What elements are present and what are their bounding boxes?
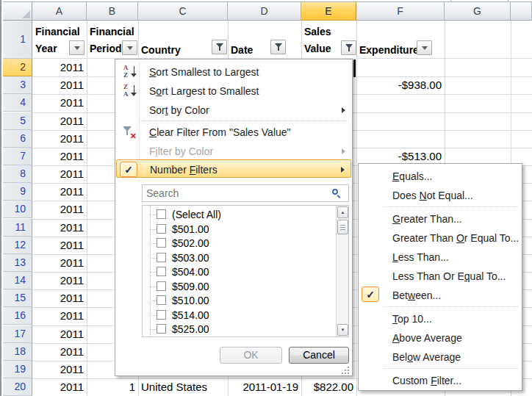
filter-value-item[interactable]: $525.00 xyxy=(143,323,334,336)
submenu-item-greater-than-or-equal[interactable]: Greater Than Or Equal To... xyxy=(359,228,521,248)
checkbox[interactable] xyxy=(157,267,166,276)
row-header-18[interactable]: 18 xyxy=(3,343,32,361)
submenu-item-greater-than[interactable]: Greater Than... xyxy=(359,209,521,228)
filter-value-item-partial[interactable] xyxy=(143,336,334,337)
submenu-item-less-than-or-equal[interactable]: Less Than Or Equal To... xyxy=(359,267,521,286)
menu-item-sort-descending[interactable]: ZA Sort Largest to Smallest xyxy=(116,82,351,101)
filter-value-item[interactable]: $504.00 xyxy=(143,265,334,279)
select-all-corner[interactable] xyxy=(3,2,32,21)
submenu-item-between[interactable]: ✓ Between... xyxy=(359,286,521,305)
cell-A3[interactable]: 2011 xyxy=(32,76,87,94)
column-header-c[interactable]: C xyxy=(138,2,228,21)
row-header-1[interactable]: 1 xyxy=(3,21,32,59)
submenu-item-equals[interactable]: Equals... xyxy=(359,167,521,186)
search-input[interactable] xyxy=(142,184,349,202)
autofilter-button-e-filtered[interactable] xyxy=(341,40,356,55)
column-header-f[interactable]: F xyxy=(356,2,445,21)
cell-E20[interactable]: $822.00 xyxy=(301,378,356,396)
checkbox[interactable] xyxy=(157,310,166,320)
checkbox[interactable] xyxy=(157,295,166,305)
column-header-h-partial[interactable] xyxy=(511,2,532,21)
cell-A2[interactable]: 2011 xyxy=(32,59,87,76)
row-header-8[interactable]: 8 xyxy=(3,165,32,183)
row-header-20[interactable]: 20 xyxy=(3,378,32,396)
menu-item-clear-filter[interactable]: ✕ Clear Filter From "Sales Value" xyxy=(116,123,351,142)
cell-D20[interactable]: 2011-01-19 xyxy=(228,378,301,396)
menu-item-sort-by-color[interactable]: Sort by Color xyxy=(116,101,351,120)
cancel-button[interactable]: Cancel xyxy=(289,347,349,364)
scrollbar[interactable]: ▲ ▼ xyxy=(336,206,348,336)
column-header-d[interactable]: D xyxy=(228,2,301,21)
scroll-up-button[interactable]: ▲ xyxy=(337,206,348,218)
row-header-10[interactable]: 10 xyxy=(3,201,32,218)
submenu-item-below-average[interactable]: Below Average xyxy=(359,348,521,367)
menu-item-filter-by-color[interactable]: Filter by Color xyxy=(116,142,351,161)
cell-A16[interactable]: 2011 xyxy=(32,307,87,325)
filter-value-item[interactable]: $509.00 xyxy=(143,280,334,294)
filter-value-item[interactable]: $503.00 xyxy=(143,251,334,265)
row-header-9[interactable]: 9 xyxy=(3,183,32,201)
cell-A4[interactable]: 2011 xyxy=(32,94,87,112)
column-header-g[interactable]: G xyxy=(445,2,511,21)
cell-A5[interactable]: 2011 xyxy=(32,112,87,130)
submenu-item-top-10[interactable]: Top 10... xyxy=(359,309,521,328)
column-header-b[interactable]: B xyxy=(87,2,138,21)
filter-value-item[interactable]: $514.00 xyxy=(143,309,334,323)
filter-value-item[interactable]: $510.00 xyxy=(143,294,334,308)
submenu-item-does-not-equal[interactable]: Does Not Equal... xyxy=(359,186,521,205)
row-header-4[interactable]: 4 xyxy=(3,94,32,112)
cell-A17[interactable]: 2011 xyxy=(32,325,87,343)
cell-A6[interactable]: 2011 xyxy=(32,130,87,148)
column-header-a[interactable]: A xyxy=(32,2,87,21)
menu-item-number-filters[interactable]: ✓ Number Filters xyxy=(116,159,351,178)
filter-value-item[interactable]: (Select All) xyxy=(143,208,334,222)
autofilter-button-a[interactable] xyxy=(69,40,85,55)
menu-item-sort-ascending[interactable]: AZ Sort Smallest to Largest xyxy=(116,62,351,82)
cell-A13[interactable]: 2011 xyxy=(32,254,87,272)
autofilter-button-f[interactable] xyxy=(417,40,432,55)
scroll-down-button[interactable]: ▼ xyxy=(337,324,348,336)
cell-A19[interactable]: 2011 xyxy=(32,361,87,378)
cell-A11[interactable]: 2011 xyxy=(32,219,87,237)
checkbox[interactable] xyxy=(157,253,166,262)
autofilter-button-b[interactable] xyxy=(122,40,137,55)
row-header-19[interactable]: 19 xyxy=(3,361,32,378)
submenu-item-above-average[interactable]: Above Average xyxy=(359,328,521,348)
row-header-13[interactable]: 13 xyxy=(3,254,32,272)
filter-value-item[interactable]: $501.00 xyxy=(143,223,334,237)
cell-A18[interactable]: 2011 xyxy=(32,343,87,361)
checkbox[interactable] xyxy=(157,324,166,334)
cell-A12[interactable]: 2011 xyxy=(32,237,87,254)
resize-grip[interactable] xyxy=(340,367,349,375)
cell-A14[interactable]: 2011 xyxy=(32,272,87,289)
cell-F3[interactable]: -$938.00 xyxy=(356,76,445,94)
checkbox[interactable] xyxy=(157,238,166,248)
checkbox[interactable] xyxy=(157,209,166,219)
submenu-item-less-than[interactable]: Less Than... xyxy=(359,248,521,267)
cell-A7[interactable]: 2011 xyxy=(32,148,87,165)
row-header-11[interactable]: 11 xyxy=(3,219,32,237)
cell-A9[interactable]: 2011 xyxy=(32,183,87,201)
row-header-16[interactable]: 16 xyxy=(3,307,32,325)
row-header-3[interactable]: 3 xyxy=(3,76,32,94)
cell-A8[interactable]: 2011 xyxy=(32,165,87,183)
cell-A10[interactable]: 2011 xyxy=(32,201,87,218)
row-header-17[interactable]: 17 xyxy=(3,325,32,343)
cell-B20[interactable]: 1 xyxy=(87,378,138,396)
cell-A20[interactable]: 2011 xyxy=(32,378,87,396)
row-header-12[interactable]: 12 xyxy=(3,237,32,254)
row-header-5[interactable]: 5 xyxy=(3,112,32,130)
row-header-15[interactable]: 15 xyxy=(3,289,32,307)
row-header-7[interactable]: 7 xyxy=(3,148,32,165)
autofilter-button-d-filtered[interactable] xyxy=(270,40,286,54)
autofilter-button-c-filtered[interactable] xyxy=(212,40,227,54)
column-header-e[interactable]: E xyxy=(301,2,356,21)
ok-button[interactable]: OK xyxy=(220,347,282,364)
row-header-6[interactable]: 6 xyxy=(3,130,32,148)
checkbox[interactable] xyxy=(157,224,166,234)
cell-A15[interactable]: 2011 xyxy=(32,289,87,307)
checkbox[interactable] xyxy=(157,281,166,291)
cell-C20[interactable]: United States xyxy=(138,378,228,396)
scroll-thumb[interactable] xyxy=(337,220,348,234)
submenu-item-custom-filter[interactable]: Custom Filter... xyxy=(359,371,521,390)
